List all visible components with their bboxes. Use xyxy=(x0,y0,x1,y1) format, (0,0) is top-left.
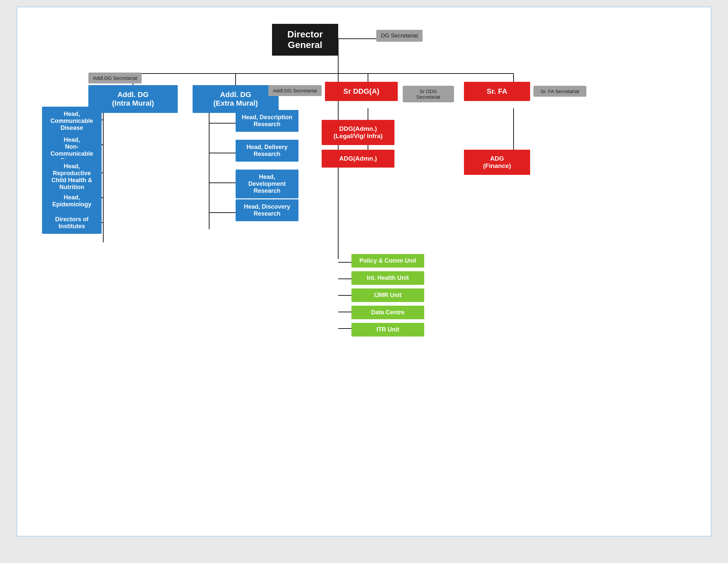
int-health-node: Int. Health Unit xyxy=(351,271,424,285)
policy-comm-node: Policy & Comm Unit xyxy=(351,254,424,267)
ijmr-unit-node: IJMR Unit xyxy=(351,289,424,302)
head-epidemiology-node: Head, Epidemiology xyxy=(42,190,102,212)
head-discovery-node: Head, Discovery Research xyxy=(236,199,298,221)
itr-unit-node: ITR Unit xyxy=(351,323,424,337)
adg-finance-node: ADG (Finance) xyxy=(464,150,530,175)
ddg-admn-node: DDG(Admn.) (Legal/Vig/ Infra) xyxy=(322,120,394,145)
dg-secretariat-node: DG Secretariat xyxy=(376,30,423,42)
head-communicable-node: Head, Communicable Disease xyxy=(42,107,102,135)
directors-institutes-node: Directors of Institutes xyxy=(42,212,102,234)
head-reproductive-node: Head, Reproductive Child Health & Nutrit… xyxy=(42,159,102,195)
data-centre-node: Data Centre xyxy=(351,306,424,319)
director-general-node: Director General xyxy=(272,24,338,56)
addl-dg-extra-node: Addl. DG (Extra Mural) Addl.DG Secretari… xyxy=(193,82,279,113)
head-description-node: Head, Description Research xyxy=(236,110,298,132)
head-delivery-node: Head, Delivery Research xyxy=(236,140,298,162)
head-development-node: Head, Development Research xyxy=(236,169,298,198)
sr-ddg-a-node: Sr DDG(A) Sr DDG Secretariat xyxy=(325,82,398,101)
sr-fa-node: Sr. FA Sr. FA Secretariat xyxy=(464,82,530,101)
addl-dg-intra-node: Addl.DG Secretariat Addl. DG (Intra Mura… xyxy=(88,82,178,113)
adg-admn-node: ADG(Admn.) xyxy=(322,150,394,167)
org-chart: Director General DG Secretariat Addl.DG … xyxy=(17,7,711,537)
